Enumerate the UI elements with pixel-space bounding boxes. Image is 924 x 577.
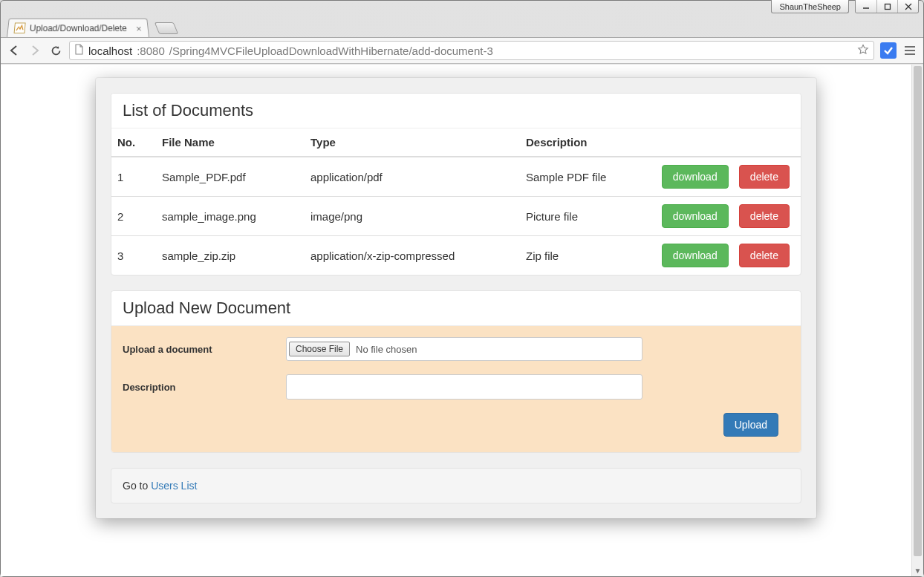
browser-menu-button[interactable]: [902, 46, 917, 55]
cell-no: 3: [111, 236, 156, 276]
documents-panel: List of Documents No. File Name Type Des…: [111, 93, 801, 276]
choose-file-button[interactable]: Choose File: [289, 342, 350, 356]
back-button[interactable]: [7, 43, 22, 58]
footer-well: Go to Users List: [111, 468, 801, 503]
window-close-button[interactable]: [897, 0, 918, 13]
upload-heading: Upload New Document: [111, 291, 801, 326]
new-tab-button[interactable]: [154, 22, 178, 34]
svg-rect-1: [885, 4, 890, 9]
browser-tabstrip: Upload/Download/Delete ×: [1, 16, 923, 37]
documents-table: No. File Name Type Description 1 Sample_…: [111, 128, 801, 275]
footer-prefix: Go to: [123, 480, 151, 492]
documents-heading: List of Documents: [111, 94, 801, 128]
file-chosen-text: No file chosen: [356, 344, 417, 355]
cell-desc: Sample PDF file: [520, 157, 637, 197]
cell-no: 1: [111, 157, 156, 197]
cell-desc: Picture file: [520, 197, 637, 236]
browser-tab-active[interactable]: Upload/Download/Delete ×: [7, 19, 149, 37]
os-window: ShaunTheSheep Upload/Download/Delete ×: [0, 0, 924, 577]
delete-button[interactable]: delete: [739, 244, 790, 267]
extension-button[interactable]: [880, 42, 897, 59]
file-label: Upload a document: [123, 344, 286, 355]
table-row: 2 sample_image.png image/png Picture fil…: [111, 197, 801, 236]
cell-type: application/pdf: [305, 157, 520, 197]
chrome-user-badge[interactable]: ShaunTheSheep: [771, 0, 849, 13]
description-input[interactable]: [286, 374, 642, 400]
bookmark-button[interactable]: [857, 44, 869, 58]
file-input[interactable]: Choose File No file chosen: [286, 337, 642, 361]
window-titlebar: ShaunTheSheep: [1, 1, 923, 16]
download-button[interactable]: download: [662, 244, 729, 267]
page-icon: [74, 44, 84, 57]
window-buttons: [855, 0, 919, 13]
cell-file: sample_zip.zip: [156, 236, 305, 276]
close-icon: [905, 3, 912, 10]
cell-file: sample_image.png: [156, 197, 305, 236]
table-header-row: No. File Name Type Description: [111, 128, 801, 157]
url-port: :8080: [137, 45, 165, 57]
forward-button[interactable]: [27, 43, 42, 58]
cell-type: image/png: [305, 197, 520, 236]
browser-viewport: List of Documents No. File Name Type Des…: [1, 64, 923, 576]
url-path: /Spring4MVCFileUploadDownloadWithHiberna…: [169, 45, 493, 57]
reload-icon: [50, 45, 62, 57]
maximize-icon: [884, 3, 891, 10]
window-maximize-button[interactable]: [876, 0, 897, 13]
arrow-left-icon: [7, 44, 21, 57]
url-host: localhost: [88, 45, 132, 57]
col-desc: Description: [520, 128, 637, 157]
description-label: Description: [123, 382, 286, 393]
table-row: 3 sample_zip.zip application/x-zip-compr…: [111, 236, 801, 276]
app-container: List of Documents No. File Name Type Des…: [96, 78, 816, 518]
download-button[interactable]: download: [662, 204, 729, 228]
cell-file: Sample_PDF.pdf: [156, 157, 305, 197]
cell-desc: Zip file: [520, 236, 637, 276]
reload-button[interactable]: [48, 43, 63, 58]
window-minimize-button[interactable]: [856, 0, 876, 13]
browser-tab-title: Upload/Download/Delete: [29, 23, 127, 33]
upload-panel: Upload New Document Upload a document Ch…: [111, 290, 801, 453]
cell-no: 2: [111, 197, 156, 236]
col-no: No.: [111, 128, 156, 157]
col-type: Type: [305, 128, 520, 157]
check-icon: [883, 45, 894, 56]
delete-button[interactable]: delete: [739, 165, 790, 189]
cell-type: application/x-zip-compressed: [305, 236, 520, 276]
upload-form: Upload a document Choose File No file ch…: [111, 326, 801, 452]
hamburger-icon: [905, 46, 915, 48]
tab-close-button[interactable]: ×: [135, 23, 142, 34]
table-row: 1 Sample_PDF.pdf application/pdf Sample …: [111, 157, 801, 197]
address-bar[interactable]: localhost:8080/Spring4MVCFileUploadDownl…: [69, 41, 874, 60]
col-file: File Name: [156, 128, 305, 157]
arrow-right-icon: [28, 44, 42, 57]
page-body: List of Documents No. File Name Type Des…: [1, 65, 911, 576]
favicon-icon: [14, 23, 26, 34]
star-icon: [857, 44, 869, 56]
minimize-icon: [862, 3, 870, 10]
browser-toolbar: localhost:8080/Spring4MVCFileUploadDownl…: [1, 37, 923, 64]
scrollbar-thumb[interactable]: [914, 66, 922, 556]
scroll-down-icon: ▼: [912, 564, 923, 576]
delete-button[interactable]: delete: [739, 204, 790, 228]
users-list-link[interactable]: Users List: [151, 480, 197, 492]
download-button[interactable]: download: [662, 165, 729, 189]
upload-button[interactable]: Upload: [723, 413, 778, 437]
vertical-scrollbar[interactable]: ▲ ▼: [911, 65, 923, 576]
